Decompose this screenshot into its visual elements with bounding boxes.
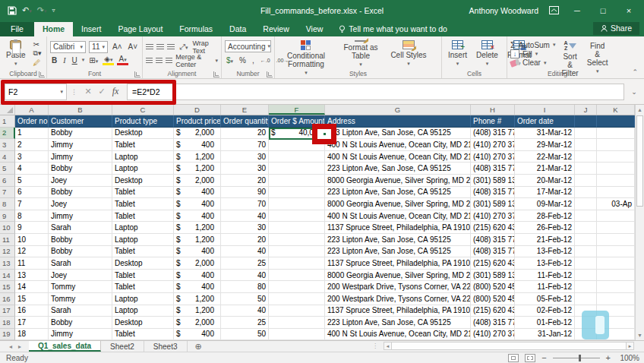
tab-insert[interactable]: Insert bbox=[73, 22, 109, 36]
cell-order-no[interactable]: 11 bbox=[15, 257, 49, 270]
cell-order-amount[interactable] bbox=[269, 175, 325, 187]
cell-k[interactable] bbox=[597, 270, 635, 282]
maximize-button[interactable]: □ bbox=[595, 6, 611, 15]
cell-address[interactable]: 400 N St Louis Avenue, Ocean City, MD 21… bbox=[325, 329, 471, 340]
cell-address[interactable]: 1137 Spruce Street, Philadelphia, PA 191… bbox=[325, 257, 471, 270]
cell-customer[interactable]: Joey bbox=[49, 175, 112, 187]
cell-order-no[interactable]: 8 bbox=[15, 210, 49, 223]
cell-customer[interactable]: Bobby bbox=[49, 317, 112, 329]
cell-phone[interactable]: (408) 315 7747 bbox=[471, 187, 515, 199]
user-name[interactable]: Anthony Woodward bbox=[469, 6, 538, 15]
cell-order-date[interactable]: 26-Feb-12 bbox=[515, 222, 575, 234]
cell-order-no[interactable]: 12 bbox=[15, 246, 49, 258]
row-number-1[interactable]: 1 bbox=[0, 115, 15, 128]
fill-color-icon[interactable]: ◈▾ bbox=[103, 55, 114, 65]
cell-product-type[interactable]: Desktop bbox=[112, 175, 174, 187]
name-box-dropdown-icon[interactable]: ▾ bbox=[60, 89, 63, 95]
clear-button[interactable]: Clear▾ bbox=[510, 58, 555, 67]
cell-styles-button[interactable]: Cell Styles▾ bbox=[387, 39, 430, 68]
row-number-17[interactable]: 17 bbox=[0, 305, 15, 317]
cell-phone[interactable]: (408) 315 7747 bbox=[471, 234, 515, 246]
cell-product-price[interactable]: $1,200 bbox=[174, 151, 221, 163]
cell-address[interactable]: 223 Lipton Ave, San Jose, CA 95125 bbox=[325, 234, 471, 246]
cell-phone[interactable]: (410) 270 370 bbox=[471, 210, 515, 223]
align-left-icon[interactable] bbox=[146, 58, 153, 65]
borders-icon[interactable]: ⊞▾ bbox=[87, 56, 99, 65]
align-top-icon[interactable] bbox=[146, 44, 153, 51]
cell-customer[interactable]: Jimmy bbox=[49, 139, 112, 151]
cell-product-type[interactable]: Tablet bbox=[112, 329, 174, 340]
cell-order-amount[interactable] bbox=[269, 234, 325, 246]
cell-j[interactable] bbox=[575, 257, 597, 270]
redo-icon[interactable]: ↷▾ bbox=[37, 5, 47, 15]
merge-center-button[interactable]: Merge & Center bbox=[175, 53, 212, 68]
cell-order-quantity[interactable]: 25 bbox=[221, 257, 269, 270]
cell-address[interactable]: 1137 Spruce Street, Philadelphia, PA 191… bbox=[325, 305, 471, 317]
cell-j[interactable] bbox=[575, 234, 597, 246]
cell-order-date[interactable]: 01-Feb-12 bbox=[515, 317, 575, 329]
column-header-D[interactable]: D bbox=[174, 105, 221, 115]
cell-order-no[interactable]: 13 bbox=[15, 270, 49, 282]
enter-formula-icon[interactable]: ✓ bbox=[95, 87, 109, 96]
cell-product-price[interactable]: $1,200 bbox=[174, 163, 221, 175]
row-number-15[interactable]: 15 bbox=[0, 281, 15, 293]
insert-cells-button[interactable]: + Insert▾ bbox=[445, 39, 470, 68]
cell-product-price[interactable]: $2,000 bbox=[174, 175, 221, 187]
cell-phone[interactable]: (410) 270 370 bbox=[471, 139, 515, 151]
copy-icon[interactable]: ⧉▾ bbox=[32, 49, 43, 58]
cell-customer[interactable]: Jimmy bbox=[49, 329, 112, 340]
tell-me-box[interactable]: Tell me what you want to do bbox=[331, 22, 455, 36]
cell-k[interactable] bbox=[597, 234, 635, 246]
cell-customer[interactable]: Bobby bbox=[49, 187, 112, 199]
cell-product-type[interactable]: Desktop bbox=[112, 317, 174, 329]
cell-order-quantity[interactable]: 50 bbox=[221, 293, 269, 305]
cell-j[interactable] bbox=[575, 163, 597, 175]
cell-order-no[interactable]: 7 bbox=[15, 198, 49, 210]
scroll-up-icon[interactable]: ▲ bbox=[636, 105, 644, 115]
cell-product-price[interactable]: $400 bbox=[174, 281, 221, 293]
horizontal-scroll-thumb[interactable] bbox=[392, 342, 626, 350]
cell-order-amount[interactable] bbox=[269, 198, 325, 210]
row-number-8[interactable]: 8 bbox=[0, 198, 15, 210]
cell-k[interactable] bbox=[597, 293, 635, 305]
cell-product-price[interactable]: $400 bbox=[174, 210, 221, 223]
cell-product-price[interactable]: $2,000 bbox=[174, 128, 221, 140]
cell-order-amount[interactable] bbox=[269, 151, 325, 163]
cell-address[interactable]: 8000 Georgia Avenue, Silver Spring, MD 2… bbox=[325, 175, 471, 187]
sheet-nav-right-icon[interactable]: ▸ bbox=[18, 343, 21, 350]
cell-product-price[interactable]: $400 bbox=[174, 329, 221, 340]
cell-order-date[interactable]: 29-Mar-12 bbox=[515, 139, 575, 151]
cell-product-type[interactable]: Tablet bbox=[112, 139, 174, 151]
cell-order-no[interactable]: 14 bbox=[15, 281, 49, 293]
zoom-in-icon[interactable]: + bbox=[606, 353, 611, 362]
scroll-left-icon[interactable]: ◄ bbox=[384, 342, 392, 350]
cell-phone[interactable]: (410) 270 370 bbox=[471, 329, 515, 340]
cell-order-date[interactable]: 02-Feb-12 bbox=[515, 305, 575, 317]
column-header-G[interactable]: G bbox=[325, 105, 471, 115]
cell-order-quantity[interactable]: 40 bbox=[221, 210, 269, 223]
cell-address[interactable]: 200 Westpark Drive, Tysons Corner, VA 22… bbox=[325, 293, 471, 305]
column-header-K[interactable]: K bbox=[597, 105, 635, 115]
cell-product-type[interactable]: Desktop bbox=[112, 257, 174, 270]
cell-order-no[interactable]: 2 bbox=[15, 139, 49, 151]
sheet-tab-active[interactable]: Q1_sales_data bbox=[29, 341, 101, 352]
sheet-nav-left-icon[interactable]: ◂ bbox=[9, 343, 12, 350]
cell-k[interactable] bbox=[597, 139, 635, 151]
number-format-select[interactable]: Accounting▾ bbox=[225, 40, 271, 52]
cell-j[interactable] bbox=[575, 270, 597, 282]
cell-j[interactable] bbox=[575, 139, 597, 151]
cell-order-no[interactable]: 4 bbox=[15, 163, 49, 175]
minimize-button[interactable]: ─ bbox=[570, 6, 585, 15]
cell-address[interactable]: 223 Lipton Ave, San Jose, CA 95125 bbox=[325, 163, 471, 175]
cell-product-price[interactable]: $400 bbox=[174, 187, 221, 199]
cancel-formula-icon[interactable]: ✕ bbox=[81, 87, 95, 96]
column-header-F[interactable]: F bbox=[269, 105, 325, 115]
cell-customer[interactable]: Bobby bbox=[49, 246, 112, 258]
row-number-3[interactable]: 3 bbox=[0, 139, 15, 151]
cell-order-quantity[interactable]: 80 bbox=[221, 281, 269, 293]
cell-k[interactable] bbox=[597, 222, 635, 234]
cell-order-quantity[interactable]: 30 bbox=[221, 222, 269, 234]
cell-order-quantity[interactable]: 70 bbox=[221, 198, 269, 210]
cell-order-quantity[interactable]: 50 bbox=[221, 329, 269, 340]
row-number-2[interactable]: 2 bbox=[0, 128, 15, 140]
